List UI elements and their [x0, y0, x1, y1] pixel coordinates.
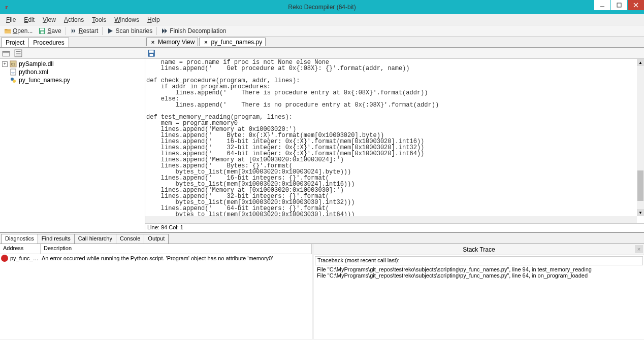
- save-icon: [39, 27, 46, 34]
- tab-find-results[interactable]: Find results: [38, 234, 75, 244]
- diagnostic-row[interactable]: py_func_na... An error occurred while ru…: [0, 254, 312, 262]
- tree-item-label: pySample.dll: [19, 60, 54, 67]
- scroll-down-icon[interactable]: ▼: [637, 209, 644, 216]
- stack-frame[interactable]: File "C:\MyPrograms\git_repos\testreko\s…: [317, 266, 641, 272]
- tree-expander-icon[interactable]: +: [2, 61, 8, 67]
- diagnostics-rows[interactable]: py_func_na... An error occurred while ru…: [0, 254, 312, 339]
- svg-rect-1: [617, 3, 621, 7]
- scroll-up-icon[interactable]: ▲: [637, 59, 644, 66]
- bottom-content: Address Description py_func_na... An err…: [0, 244, 644, 339]
- tree-item-label: py_func_names.py: [19, 77, 70, 84]
- tree-item-py[interactable]: py_func_names.py: [1, 76, 144, 84]
- svg-text:<>: <>: [11, 71, 15, 74]
- svg-rect-5: [40, 28, 44, 30]
- app-icon: r: [2, 3, 11, 12]
- tab-close-icon[interactable]: ×: [150, 39, 156, 45]
- col-address[interactable]: Address: [0, 244, 41, 254]
- svg-marker-9: [108, 28, 113, 33]
- stack-trace-title: Stack Trace: [463, 246, 495, 253]
- toolbar-separator: [156, 27, 157, 35]
- svg-marker-7: [72, 28, 73, 33]
- app-statusbar: [0, 339, 644, 346]
- diagnostics-panel: Address Description py_func_na... An err…: [0, 244, 314, 339]
- main-area: Project Procedures + 01 pySample.dll <> …: [0, 37, 644, 232]
- svg-point-23: [13, 80, 16, 83]
- svg-rect-26: [150, 54, 153, 56]
- stack-frame[interactable]: File "C:\MyPrograms\git_repos\testreko\s…: [317, 272, 641, 279]
- save-button[interactable]: Save: [36, 27, 64, 35]
- properties-icon[interactable]: [14, 49, 22, 57]
- diagnostics-header: Address Description: [0, 244, 312, 254]
- play-icon: [107, 27, 114, 34]
- svg-rect-6: [41, 31, 44, 33]
- open-button[interactable]: Open...: [1, 27, 36, 35]
- menu-windows[interactable]: Windows: [110, 15, 143, 24]
- tab-procedures[interactable]: Procedures: [28, 38, 69, 47]
- project-tree[interactable]: + 01 pySample.dll <> python.xml py_func_…: [0, 59, 145, 232]
- code-editor[interactable]: name = proc.name if proc is not None els…: [145, 59, 637, 216]
- maximize-button[interactable]: [611, 0, 627, 10]
- minimize-button[interactable]: [594, 0, 610, 10]
- stack-trace-panel: Stack Trace × Traceback (most recent cal…: [314, 244, 644, 339]
- menu-actions[interactable]: Actions: [60, 15, 88, 24]
- code-area: name = proc.name if proc is not None els…: [145, 59, 644, 223]
- tab-output[interactable]: Output: [144, 234, 169, 244]
- tab-console[interactable]: Console: [116, 234, 144, 244]
- bottom-tabs: Diagnostics Find results Call hierarchy …: [0, 233, 644, 244]
- vertical-scrollbar[interactable]: ▲ ▼: [637, 59, 644, 216]
- app-title: Reko Decompiler (64-bit): [288, 4, 356, 11]
- menu-tools[interactable]: Tools: [88, 15, 110, 24]
- toolbar-separator: [66, 27, 66, 35]
- bottom-panel: Diagnostics Find results Call hierarchy …: [0, 232, 644, 339]
- tab-call-hierarchy[interactable]: Call hierarchy: [74, 234, 116, 244]
- restart-icon: [70, 27, 77, 34]
- editor-statusbar: Line: 94 Col: 1: [145, 223, 644, 232]
- tab-memory-view[interactable]: × Memory View: [146, 38, 198, 46]
- restart-button[interactable]: Restart: [67, 27, 102, 35]
- menu-edit[interactable]: Edit: [20, 15, 39, 24]
- tab-project[interactable]: Project: [1, 38, 29, 47]
- tab-close-icon[interactable]: ×: [203, 39, 209, 45]
- tab-label: Memory View: [158, 39, 195, 46]
- tab-label: py_func_names.py: [211, 39, 262, 46]
- editor-panel: × Memory View × py_func_names.py name = …: [145, 37, 644, 232]
- diag-description: An error occurred while running the Pyth…: [42, 255, 311, 261]
- menu-view[interactable]: View: [39, 15, 60, 24]
- titlebar: r Reko Decompiler (64-bit): [0, 0, 644, 14]
- svg-marker-8: [74, 28, 75, 33]
- tab-diagnostics[interactable]: Diagnostics: [1, 234, 38, 244]
- menu-help[interactable]: Help: [143, 15, 164, 24]
- svg-marker-11: [165, 28, 167, 33]
- toolbar: Open... Save Restart Scan binaries Finis…: [0, 25, 644, 37]
- scroll-thumb[interactable]: [637, 170, 643, 201]
- svg-text:01: 01: [11, 62, 15, 66]
- editor-toolbar: [145, 48, 644, 59]
- stack-trace-header: Traceback (most recent call last):: [315, 256, 643, 265]
- stack-trace-body[interactable]: File "C:\MyPrograms\git_repos\testreko\s…: [315, 266, 643, 338]
- panel-close-button[interactable]: ×: [635, 245, 643, 253]
- xml-file-icon: <>: [10, 68, 17, 76]
- close-button[interactable]: [628, 0, 644, 10]
- tree-item-dll[interactable]: + 01 pySample.dll: [1, 60, 144, 68]
- scan-binaries-button[interactable]: Scan binaries: [104, 27, 155, 35]
- tree-item-xml[interactable]: <> python.xml: [1, 68, 144, 76]
- stack-trace-titlebar: Stack Trace ×: [314, 244, 644, 255]
- binary-file-icon: 01: [10, 60, 17, 67]
- toolbar-separator: [102, 27, 103, 35]
- col-description[interactable]: Description: [41, 244, 312, 254]
- svg-rect-12: [3, 51, 10, 56]
- svg-marker-10: [162, 28, 165, 33]
- collapse-icon[interactable]: [2, 49, 10, 57]
- project-tabs: Project Procedures: [0, 37, 145, 48]
- tree-item-label: python.xml: [19, 68, 48, 76]
- folder-open-icon: [4, 27, 11, 34]
- project-toolbar: [0, 48, 145, 59]
- python-file-icon: [10, 77, 17, 84]
- fast-forward-icon: [161, 27, 168, 34]
- menu-file[interactable]: File: [2, 15, 20, 24]
- tab-py-func-names[interactable]: × py_func_names.py: [199, 38, 266, 46]
- save-file-button[interactable]: [147, 49, 155, 57]
- horizontal-scrollbar[interactable]: [145, 216, 637, 223]
- svg-rect-25: [149, 50, 153, 53]
- finish-decompilation-button[interactable]: Finish Decompilation: [158, 27, 229, 35]
